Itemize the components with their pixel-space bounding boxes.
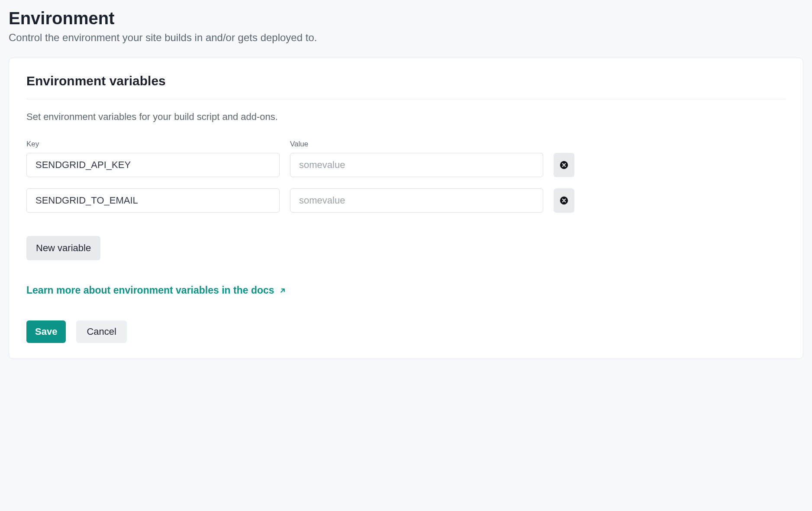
variable-key-input[interactable] (26, 153, 280, 177)
value-column-label: Value (290, 140, 308, 148)
external-link-icon (279, 287, 287, 294)
panel-title: Environment variables (26, 74, 786, 88)
panel-description: Set environment variables for your build… (26, 111, 786, 123)
page-title: Environment (9, 9, 803, 28)
save-button[interactable]: Save (26, 320, 66, 343)
variable-headers: Key Value (26, 140, 786, 149)
delete-variable-button[interactable] (554, 153, 574, 177)
variable-row (26, 153, 786, 177)
variable-value-input[interactable] (290, 188, 543, 213)
variable-key-input[interactable] (26, 188, 280, 213)
footer-actions: Save Cancel (26, 320, 786, 343)
key-column-label: Key (26, 140, 39, 148)
page-subtitle: Control the environment your site builds… (9, 32, 803, 44)
delete-variable-button[interactable] (554, 188, 574, 213)
learn-more-link[interactable]: Learn more about environment variables i… (26, 285, 287, 296)
cancel-button[interactable]: Cancel (76, 320, 126, 343)
variable-row (26, 188, 786, 213)
divider (26, 99, 786, 99)
delete-icon (559, 196, 569, 205)
variable-value-input[interactable] (290, 153, 543, 177)
learn-more-label: Learn more about environment variables i… (26, 285, 274, 296)
new-variable-button[interactable]: New variable (26, 236, 100, 260)
delete-icon (559, 160, 569, 170)
env-variables-panel: Environment variables Set environment va… (9, 58, 803, 359)
